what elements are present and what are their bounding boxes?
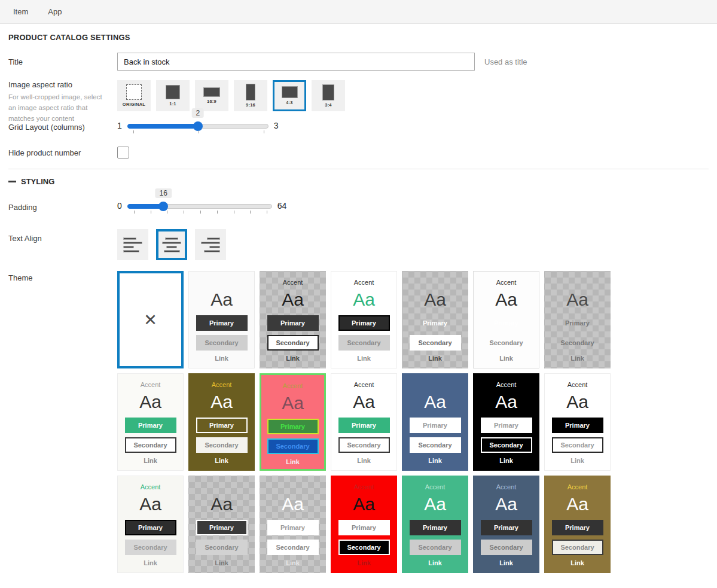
aspect-option-9-16[interactable]: 9:16 — [234, 80, 267, 111]
theme-card-transparent-light[interactable]: AccentAaPrimarySecondaryLink — [402, 271, 468, 368]
theme-card-offwhite-dark-primary[interactable]: AccentAaPrimarySecondaryLink — [117, 476, 184, 573]
theme-card-light-gray[interactable]: AccentAaPrimarySecondaryLink — [188, 271, 255, 368]
theme-secondary-button: Secondary — [552, 540, 603, 555]
theme-link-label: Link — [189, 559, 254, 566]
theme-accent-label: Accent — [545, 381, 610, 389]
theme-secondary-button: Secondary — [267, 335, 319, 351]
theme-primary-button: Primary — [267, 520, 319, 535]
theme-link-label: Link — [331, 559, 396, 566]
theme-primary-button: Primary — [125, 418, 176, 433]
padding-slider-track[interactable] — [127, 204, 272, 209]
tick-mark — [267, 211, 267, 214]
theme-card-white-plain[interactable]: AccentAaPrimarySecondaryLink — [473, 271, 539, 368]
theme-sample-text: Aa — [189, 494, 254, 516]
tick-mark — [133, 130, 134, 133]
tick-mark — [234, 211, 234, 214]
grid-layout-slider[interactable]: 2 — [127, 108, 269, 136]
theme-card-white-green-primary[interactable]: AccentAaPrimarySecondaryLink — [331, 373, 397, 471]
theme-primary-button: Primary — [267, 315, 319, 331]
theme-link-label: Link — [474, 355, 539, 362]
theme-card-red[interactable]: AccentAaPrimarySecondaryLink — [331, 476, 397, 573]
styling-section-header[interactable]: STYLING — [8, 177, 709, 186]
theme-card-steel-blue[interactable]: AccentAaPrimarySecondaryLink — [402, 373, 468, 471]
theme-secondary-button: Secondary — [196, 335, 248, 351]
tick-mark — [151, 211, 151, 214]
theme-sample-text: Aa — [260, 290, 325, 311]
theme-primary-button: Primary — [552, 315, 603, 331]
tab-app[interactable]: App — [48, 7, 62, 16]
grid-slider-thumb[interactable] — [193, 121, 203, 131]
theme-accent-label: Accent — [474, 483, 539, 492]
padding-slider-max: 64 — [277, 188, 287, 211]
theme-card-none[interactable]: ✕ — [117, 271, 184, 368]
aspect-option-original[interactable]: ORIGINAL — [117, 80, 151, 111]
theme-secondary-button: Secondary — [481, 437, 532, 453]
aspect-ratio-label: Image aspect ratio — [8, 80, 117, 89]
theme-primary-button: Primary — [552, 520, 603, 535]
theme-card-gold[interactable]: AccentAaPrimarySecondaryLink — [544, 476, 611, 573]
theme-card-transparent-white-buttons[interactable]: AccentAaPrimarySecondaryLink — [260, 476, 326, 573]
theme-secondary-button: Secondary — [338, 540, 390, 555]
aspect-shape-16-9-icon — [203, 87, 220, 97]
theme-card-green[interactable]: AccentAaPrimarySecondaryLink — [402, 476, 468, 573]
theme-card-slate-blue[interactable]: AccentAaPrimarySecondaryLink — [473, 476, 539, 573]
hide-product-number-checkbox[interactable] — [117, 147, 129, 159]
styling-title: STYLING — [21, 177, 54, 186]
tab-item[interactable]: Item — [13, 7, 28, 16]
theme-secondary-button: Secondary — [410, 437, 461, 453]
theme-link-label: Link — [545, 457, 610, 464]
text-align-center-button[interactable] — [156, 229, 187, 260]
aspect-option-label: 3:4 — [325, 102, 331, 108]
aspect-option-1-1[interactable]: 1:1 — [156, 80, 190, 111]
theme-sample-text: Aa — [331, 290, 396, 311]
grid-layout-label: Grid Layout (columns) — [8, 108, 117, 136]
align-left-icon — [123, 237, 142, 252]
title-input[interactable] — [117, 53, 475, 71]
text-align-right-button[interactable] — [195, 229, 226, 260]
aspect-option-4-3[interactable]: 4:3 — [273, 80, 306, 111]
theme-sample-text: Aa — [474, 290, 539, 311]
align-bar — [162, 242, 181, 244]
aspect-option-16-9[interactable]: 16:9 — [195, 80, 228, 111]
theme-card-transparent-muted[interactable]: AccentAaPrimarySecondaryLink — [544, 271, 611, 368]
theme-card-pink[interactable]: AccentAaPrimarySecondaryLink — [260, 373, 326, 471]
theme-secondary-button: Secondary — [481, 335, 532, 351]
padding-slider-thumb[interactable] — [158, 202, 168, 211]
align-bar — [165, 237, 178, 240]
align-bar — [123, 237, 136, 240]
theme-card-white-green-accent[interactable]: AccentAaPrimarySecondaryLink — [331, 271, 397, 368]
theme-card-olive[interactable]: AccentAaPrimarySecondaryLink — [188, 373, 255, 471]
theme-accent-label: Accent — [331, 279, 396, 287]
theme-link-label: Link — [402, 457, 468, 464]
theme-sample-text: Aa — [331, 392, 396, 413]
padding-slider-value-bubble: 16 — [155, 188, 172, 198]
theme-sample-text: Aa — [545, 494, 610, 516]
theme-secondary-button: Secondary — [267, 438, 319, 454]
padding-slider-min: 0 — [117, 188, 122, 211]
theme-accent-label: Accent — [189, 483, 254, 492]
theme-card-transparent-dark-primary[interactable]: AccentAaPrimarySecondaryLink — [188, 476, 255, 573]
collapse-minus-icon[interactable] — [8, 181, 16, 182]
grid-slider-fill — [127, 124, 198, 129]
aspect-option-label: 1:1 — [169, 101, 176, 106]
theme-link-label: Link — [545, 559, 610, 566]
title-label: Title — [8, 53, 117, 71]
theme-sample-text: Aa — [402, 494, 468, 516]
theme-accent-label: Accent — [260, 279, 325, 287]
theme-secondary-button: Secondary — [196, 437, 248, 453]
tick-mark — [167, 211, 167, 214]
theme-link-label: Link — [331, 355, 396, 362]
theme-card-transparent-dark-buttons[interactable]: AccentAaPrimarySecondaryLink — [260, 271, 326, 368]
padding-label: Padding — [8, 188, 117, 216]
theme-card-black[interactable]: AccentAaPrimarySecondaryLink — [473, 373, 539, 471]
theme-grid: ✕AccentAaPrimarySecondaryLinkAccentAaPri… — [117, 271, 611, 573]
theme-card-white-black-primary[interactable]: AccentAaPrimarySecondaryLink — [544, 373, 611, 471]
align-bar — [204, 250, 220, 252]
theme-card-offwhite-green-primary[interactable]: AccentAaPrimarySecondaryLink — [117, 373, 184, 471]
theme-link-label: Link — [545, 355, 610, 362]
theme-primary-button: Primary — [196, 520, 248, 535]
theme-secondary-button: Secondary — [125, 540, 176, 555]
padding-slider[interactable]: 16 — [127, 188, 272, 216]
aspect-option-3-4[interactable]: 3:4 — [312, 80, 345, 111]
text-align-left-button[interactable] — [117, 229, 148, 260]
